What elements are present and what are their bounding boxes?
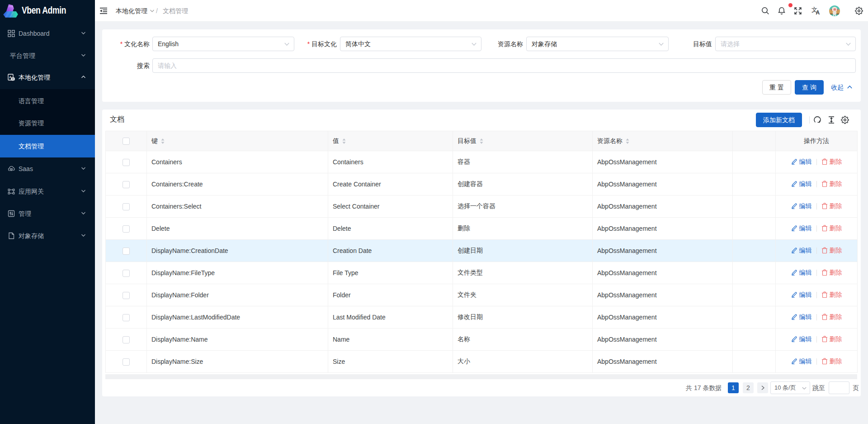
svg-text:A: A <box>816 10 820 15</box>
